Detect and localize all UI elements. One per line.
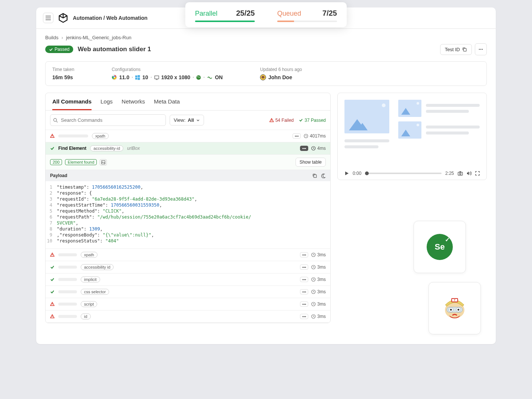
screenshot-icon[interactable] <box>100 159 107 166</box>
command-row[interactable]: xpath ••• 4017ms <box>46 130 330 142</box>
show-table-button[interactable]: Show table <box>296 158 326 167</box>
svg-rect-0 <box>464 48 466 51</box>
row-more-button[interactable]: ••• <box>293 133 301 139</box>
counter-card: Parallel 25/25 Queued 7/25 <box>185 2 347 27</box>
globe-icon <box>196 75 201 80</box>
breadcrumb-current[interactable]: jenkins-ML_Generic_jobs-Run <box>66 35 132 40</box>
check-icon <box>50 277 55 282</box>
payload-panel: Payload 1"timestamp": 170566560162525200… <box>46 170 330 249</box>
fullscreen-icon[interactable] <box>475 171 480 176</box>
check-icon <box>50 265 55 269</box>
config-label: Configurations <box>112 67 223 72</box>
tab-networks[interactable]: Networks <box>122 93 145 110</box>
svg-point-32 <box>450 309 452 311</box>
locator-tag: script <box>81 301 97 307</box>
time-taken-value: 16m 59s <box>52 74 74 80</box>
test-id-button[interactable]: Test ID <box>440 44 472 55</box>
payload-title: Payload <box>50 173 67 178</box>
locator-tag: css selector <box>81 289 109 295</box>
row-time: 3ms <box>311 277 326 282</box>
video-time-total: 2:25 <box>445 171 454 176</box>
placeholder-icon <box>58 290 77 293</box>
search-icon <box>53 118 58 123</box>
svg-rect-9 <box>138 78 140 80</box>
queued-value: 7/25 <box>322 9 337 18</box>
locator-tag: accessibility id <box>81 264 114 270</box>
passed-count: 37 Passed <box>299 118 326 123</box>
title-row: Passed Web automation slider 1 Test ID <box>45 43 487 55</box>
command-param: urlBox <box>127 146 140 151</box>
failed-count: 54 Failed <box>269 118 294 123</box>
command-row[interactable]: script•••3ms <box>46 298 330 310</box>
theme-icon[interactable] <box>321 173 326 178</box>
page-title: Web automation slider 1 <box>78 46 151 53</box>
selenium-logo-tile: Se ✓ <box>414 221 466 273</box>
command-row[interactable]: id•••3ms <box>46 310 330 323</box>
breadcrumb-root[interactable]: Builds <box>45 35 58 40</box>
svg-rect-10 <box>155 76 159 79</box>
view-filter-button[interactable]: View: All <box>170 115 204 126</box>
more-menu-button[interactable] <box>475 43 487 55</box>
travis-icon: T <box>440 294 469 323</box>
row-more-button[interactable]: ••• <box>300 301 308 307</box>
row-time: 3ms <box>311 289 326 294</box>
status-counts: 54 Failed 37 Passed <box>269 118 326 123</box>
updated-label: Updated 6 hours ago <box>260 67 302 72</box>
row-more-button[interactable]: ••• <box>300 252 308 257</box>
image-placeholder-icon <box>344 100 389 133</box>
row-more-button[interactable]: ••• <box>300 277 308 282</box>
svg-rect-7 <box>138 75 140 77</box>
copy-icon <box>462 47 467 52</box>
volume-icon[interactable] <box>467 171 471 176</box>
command-row[interactable]: css selector•••3ms <box>46 286 330 298</box>
row-time: 3ms <box>311 265 326 270</box>
search-box <box>50 114 166 126</box>
dots-icon <box>478 47 483 52</box>
resolution-icon <box>154 75 159 80</box>
command-row[interactable]: implicit•••3ms <box>46 273 330 286</box>
commands-card: All Commands Logs Networks Meta Data <box>45 93 331 323</box>
svg-rect-23 <box>458 172 463 175</box>
chrome-icon <box>112 75 117 80</box>
app-window: Parallel 25/25 Queued 7/25 Automation / … <box>36 7 496 344</box>
svg-point-1 <box>479 49 480 50</box>
filter-row: View: All 54 Failed 37 Passed <box>46 111 330 130</box>
tab-all-commands[interactable]: All Commands <box>52 93 92 110</box>
svg-rect-16 <box>314 174 316 177</box>
locator-tag: xpath <box>81 252 98 258</box>
tab-logs[interactable]: Logs <box>100 93 113 110</box>
warning-icon <box>50 253 55 257</box>
command-row-active[interactable]: Find Element accessibility-id urlBox •••… <box>46 142 330 155</box>
payload-code: 1"timestamp": 170566560162525200,2 "resp… <box>46 181 330 248</box>
command-row[interactable]: xpath•••3ms <box>46 249 330 261</box>
row-more-button[interactable]: ••• <box>300 146 308 151</box>
parallel-value: 25/25 <box>236 9 255 18</box>
tab-metadata[interactable]: Meta Data <box>154 93 180 110</box>
play-icon[interactable] <box>344 171 349 176</box>
placeholder-icon <box>58 253 77 256</box>
svg-point-3 <box>482 49 483 50</box>
command-row[interactable]: accessibility id•••3ms <box>46 261 330 273</box>
placeholder-icon <box>58 266 77 269</box>
chevron-right-icon: › <box>61 35 63 40</box>
search-input[interactable] <box>50 114 166 126</box>
row-time: 4ms <box>311 146 326 151</box>
svg-rect-6 <box>135 75 137 77</box>
row-more-button[interactable]: ••• <box>300 265 308 270</box>
main-grid: All Commands Logs Networks Meta Data <box>45 93 487 323</box>
clock-icon <box>304 134 308 138</box>
copy-icon[interactable] <box>312 173 317 178</box>
row-more-button[interactable]: ••• <box>300 289 308 294</box>
row-more-button[interactable]: ••• <box>300 314 308 319</box>
video-controls: 0:00 2:25 <box>344 171 480 176</box>
row-time: 3ms <box>311 314 326 319</box>
placeholder-icon <box>58 278 77 281</box>
menu-button[interactable] <box>43 13 53 23</box>
test-id-label: Test ID <box>445 47 460 52</box>
header-title: Automation / Web Automation <box>73 15 148 21</box>
image-placeholder-icon <box>398 100 421 117</box>
locator-tag: accessibility-id <box>90 145 123 151</box>
camera-icon[interactable] <box>458 171 463 176</box>
row-time: 4017ms <box>304 133 326 139</box>
video-scrubber[interactable] <box>365 173 441 174</box>
